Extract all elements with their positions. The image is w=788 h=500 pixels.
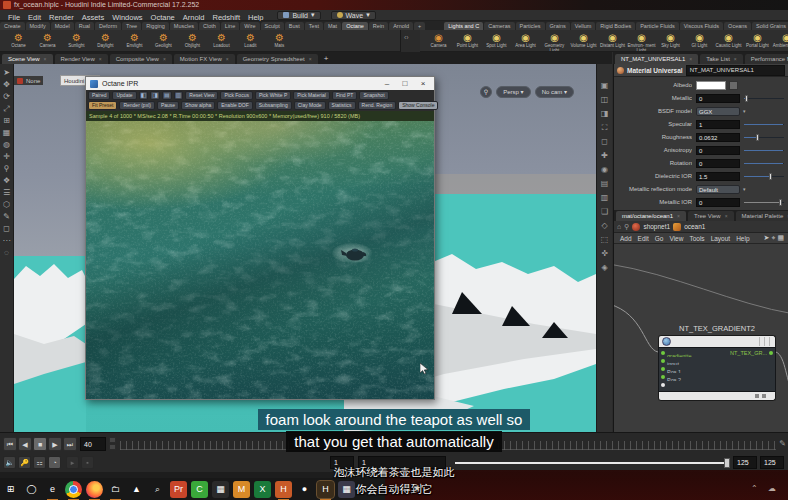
shelf-tab[interactable]: Viscous Fluids xyxy=(680,22,723,30)
shelf-tab[interactable]: Octane xyxy=(342,22,368,30)
breadcrumb-shopnet[interactable]: shopnet1 xyxy=(643,223,670,230)
pane-tab[interactable]: Render View× xyxy=(55,54,108,64)
close-icon[interactable]: × xyxy=(677,213,680,219)
viewport-tool-icon[interactable]: ⋯ xyxy=(1,235,12,246)
shelf-tab[interactable]: Bust xyxy=(285,22,304,30)
display-option-icon[interactable]: ▣ xyxy=(599,80,611,92)
display-option-icon[interactable]: ◻ xyxy=(599,136,611,148)
network-menu-item[interactable]: Tools xyxy=(686,235,707,242)
shelf-tab[interactable]: Grains xyxy=(546,22,570,30)
metallic-mode-dropdown[interactable]: Default xyxy=(696,185,740,194)
close-icon[interactable]: × xyxy=(734,56,737,62)
octane-toolbar-button[interactable]: Pick White P xyxy=(255,91,291,100)
shelf-tab[interactable]: Vellum xyxy=(571,22,596,30)
shelf-tab[interactable]: Model xyxy=(51,22,74,30)
breadcrumb-ocean[interactable]: ocean1 xyxy=(684,223,705,230)
octane-toolbar-button[interactable]: ▤ xyxy=(162,91,172,100)
shelf-tab[interactable]: Deform xyxy=(95,22,121,30)
pane-tab[interactable]: Composite View× xyxy=(110,54,172,64)
display-option-icon[interactable]: ❏ xyxy=(599,206,611,218)
node-header[interactable] xyxy=(658,335,776,347)
pin-icon[interactable]: ⚲ xyxy=(624,223,629,231)
shelf-tool[interactable]: ◉Area Light xyxy=(511,31,540,48)
octane-toolbar-button[interactable]: ◨ xyxy=(150,91,160,100)
anisotropy-slider[interactable] xyxy=(744,150,784,151)
camera-selector[interactable]: No cam ▾ xyxy=(535,86,574,98)
pane-tab[interactable]: Take List× xyxy=(700,54,743,64)
octane-toolbar-button[interactable]: Render (pxl) xyxy=(119,101,155,110)
specular-slider[interactable] xyxy=(744,124,784,125)
network-canvas[interactable]: NT_TEX_GRADIENT2 gradientte...NT_TEX_GR.… xyxy=(614,244,788,432)
octane-toolbar-button[interactable]: Update xyxy=(112,91,136,100)
shelf-tool[interactable]: ◉Point Light xyxy=(453,31,482,48)
octane-window-titlebar[interactable]: Octane IPR – □ × xyxy=(86,77,434,90)
display-option-icon[interactable]: ⛶ xyxy=(599,122,611,134)
shelf-tab[interactable]: Cloth xyxy=(199,22,220,30)
shelf-tool[interactable]: ⚙Loadit xyxy=(236,31,265,48)
shelf-tool[interactable]: ◉GI Light xyxy=(685,31,714,48)
shelf-tool[interactable]: ◉Sky Light xyxy=(656,31,685,48)
dielectric-ior-slider[interactable] xyxy=(744,176,784,177)
display-option-icon[interactable]: ◇ xyxy=(599,220,611,232)
display-option-icon[interactable]: ▥ xyxy=(599,192,611,204)
shelf-tab[interactable]: Rein xyxy=(369,22,388,30)
octane-toolbar-button[interactable]: Reset View xyxy=(185,91,218,100)
network-tool-icon[interactable]: ➤ xyxy=(763,234,771,242)
pane-tab[interactable]: Scene View× xyxy=(2,54,53,64)
shelf-tab[interactable]: Solid Grains xyxy=(752,22,788,30)
octane-toolbar-button[interactable]: Subsampling xyxy=(255,101,292,110)
shelf-tool[interactable]: ◉Spot Light xyxy=(482,31,511,48)
close-icon[interactable]: × xyxy=(44,56,47,62)
shelf-tool[interactable]: ⚙Camera xyxy=(33,31,62,48)
shelf-tool[interactable]: ⚙Mats xyxy=(265,31,294,48)
node-param-row[interactable]: input xyxy=(659,357,775,365)
shelf-tool[interactable]: ◉Distant Light xyxy=(598,31,627,48)
octane-toolbar-button[interactable]: Pick Focus xyxy=(220,91,252,100)
shelf-tab[interactable]: Arnold xyxy=(389,22,413,30)
display-option-icon[interactable]: ✚ xyxy=(599,150,611,162)
viewport-tool-icon[interactable]: ◍ xyxy=(1,139,12,150)
metallic-slider[interactable] xyxy=(744,98,784,99)
shelf-tab[interactable]: Rual xyxy=(75,22,94,30)
maximize-icon[interactable]: □ xyxy=(398,79,412,88)
octane-toolbar-button[interactable]: Paired xyxy=(88,91,110,100)
viewport-tool-icon[interactable]: ◌ xyxy=(1,247,12,258)
viewport-tool-icon[interactable]: ☰ xyxy=(1,187,12,198)
octane-toolbar-button[interactable]: Snapshot xyxy=(359,91,388,100)
octane-toolbar-button[interactable]: Rend. Region xyxy=(358,101,397,110)
display-option-icon[interactable]: ⬚ xyxy=(599,234,611,246)
shelf-tool[interactable]: ◉Volume Light xyxy=(569,31,598,48)
viewport-tool-icon[interactable]: ✛ xyxy=(1,151,12,162)
camera-none-label[interactable]: None xyxy=(26,78,40,84)
path-up-icon[interactable]: ⌂ xyxy=(617,223,621,230)
shelf-tab[interactable]: Rigging xyxy=(142,22,169,30)
octane-toolbar-button[interactable]: Show alpha xyxy=(181,101,215,110)
shelf-tab[interactable]: Muscles xyxy=(170,22,198,30)
albedo-texture-slot[interactable] xyxy=(729,81,738,90)
input-port[interactable] xyxy=(661,351,665,355)
shelf-tool[interactable]: ◉Caustic Light xyxy=(714,31,743,48)
octane-toolbar-button[interactable]: Enable DOF xyxy=(217,101,253,110)
display-option-icon[interactable]: ▤ xyxy=(599,178,611,190)
pin-icon[interactable]: ⚲ xyxy=(480,86,492,98)
octane-toolbar-button[interactable]: Show Console xyxy=(398,101,438,110)
render-image[interactable] xyxy=(86,121,434,399)
shelf-tool[interactable]: ◉Portal Light xyxy=(743,31,772,48)
shelf-tool[interactable]: ⚙Octane xyxy=(4,31,33,48)
network-menu-item[interactable]: View xyxy=(666,235,686,242)
octane-toolbar-button[interactable]: Clay Mode xyxy=(294,101,326,110)
shelf-tool[interactable]: ⚙Geolight xyxy=(149,31,178,48)
node-footer[interactable] xyxy=(658,392,776,401)
viewport-tool-icon[interactable]: ✎ xyxy=(1,211,12,222)
albedo-color-swatch[interactable] xyxy=(696,81,726,90)
shelf-tab[interactable]: Mat xyxy=(324,22,341,30)
close-icon[interactable]: × xyxy=(689,56,692,62)
octane-toolbar-button[interactable]: Pick Material xyxy=(293,91,330,100)
metallic-field[interactable]: 0 xyxy=(696,94,740,103)
viewport-tool-icon[interactable]: ⬡ xyxy=(1,199,12,210)
shelf-tab[interactable]: Rigid Bodies xyxy=(596,22,635,30)
shelf-tab[interactable]: Particle Fluids xyxy=(636,22,679,30)
shelf-tab[interactable]: Tree xyxy=(122,22,141,30)
shelf-tab[interactable]: Test xyxy=(305,22,323,30)
octane-toolbar-button[interactable]: ◧ xyxy=(139,91,149,100)
